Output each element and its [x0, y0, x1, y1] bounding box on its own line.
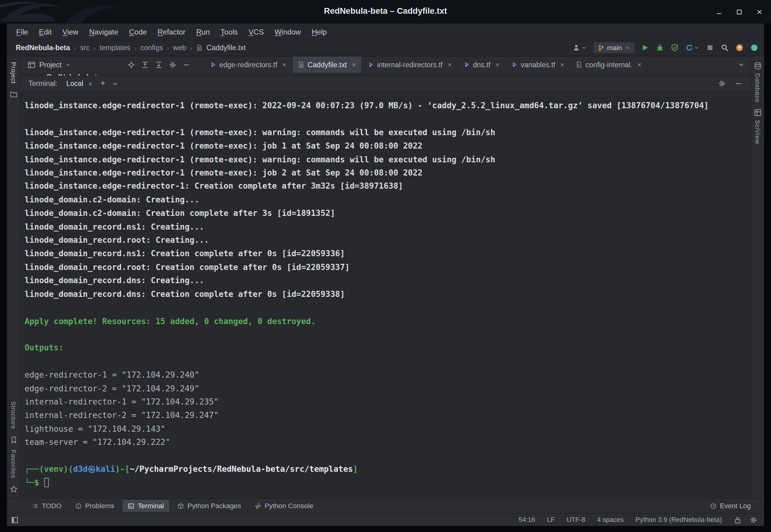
terminal-line: linode_instance.edge-redirector-1 (remot…	[24, 153, 745, 166]
toolwindow-database-label: Database	[754, 73, 761, 103]
tool-button-event-log[interactable]: Event Log	[705, 500, 756, 512]
breadcrumb-item-src[interactable]: src	[80, 44, 90, 52]
breadcrumb-separator-icon: ›	[74, 44, 76, 51]
rerun-widget[interactable]	[685, 44, 699, 52]
close-button[interactable]	[756, 8, 763, 16]
tool-button-python-console[interactable]: Python Console	[249, 500, 318, 512]
debug-button[interactable]	[656, 44, 664, 52]
terminal-line: edge-redirector-2 = "172.104.29.249"	[24, 382, 745, 395]
toolwindow-project-button[interactable]: Project	[10, 62, 17, 84]
close-tab-icon[interactable]: ×	[447, 61, 452, 69]
close-terminal-tab-icon[interactable]: ×	[88, 79, 93, 88]
star-icon[interactable]	[9, 485, 17, 493]
hidden-tabs-widget[interactable]	[738, 57, 750, 73]
python-interpreter[interactable]: Python 3.9 (RedNebula-beta)	[636, 516, 722, 523]
close-tab-icon[interactable]: ×	[282, 61, 287, 69]
terminal-text: edge-redirector-2 = "172.104.29.249"	[24, 384, 199, 393]
editor-tab-internal-redirectors-tf[interactable]: internal-redirectors.tf×	[362, 57, 458, 73]
menu-item-help[interactable]: Help	[306, 26, 332, 38]
editor-tab-label: variables.tf	[521, 61, 555, 69]
line-ending[interactable]: LF	[547, 516, 554, 523]
terminal-output[interactable]: linode_instance.edge-redirector-1 (remot…	[21, 91, 751, 498]
menu-item-edit[interactable]: Edit	[34, 26, 57, 38]
toolwindow-toggle-icon[interactable]	[11, 516, 19, 524]
breadcrumb-project[interactable]: RedNebula-beta	[16, 44, 70, 52]
terraform-file-icon	[367, 61, 374, 68]
folder-icon[interactable]	[9, 91, 17, 98]
menu-item-view[interactable]: View	[57, 26, 84, 38]
git-branch-widget[interactable]: main	[593, 42, 634, 53]
ide-update-icon[interactable]	[736, 44, 743, 52]
terminal-text: linode_instance.edge-redirector-1 (remot…	[24, 128, 495, 137]
menu-item-run[interactable]: Run	[191, 26, 215, 38]
hide-panel-icon[interactable]	[183, 61, 191, 69]
maximize-button[interactable]	[736, 8, 743, 16]
menu-item-vcs[interactable]: VCS	[243, 26, 269, 38]
menu-item-file[interactable]: File	[11, 26, 33, 38]
minimize-button[interactable]	[715, 8, 723, 16]
tool-button-todo[interactable]: TODO	[27, 500, 67, 512]
project-toolwindow-header[interactable]: Project	[21, 57, 74, 73]
toolwindow-database-button[interactable]: Database	[754, 62, 762, 103]
terminal-line	[24, 301, 745, 314]
text-file-icon	[298, 61, 304, 68]
bookmark-icon[interactable]	[9, 436, 17, 444]
window-controls	[715, 0, 763, 24]
breadcrumb-item-configs[interactable]: configs	[140, 44, 163, 52]
menu-item-code[interactable]: Code	[124, 26, 152, 38]
collapse-all-icon[interactable]	[155, 61, 163, 69]
terminal-header-actions	[718, 79, 742, 87]
readonly-lock-icon[interactable]	[734, 516, 742, 524]
breadcrumb-file[interactable]: Caddyfile.txt	[206, 44, 246, 52]
terminal-text: )(	[63, 464, 73, 474]
user-account-widget[interactable]	[572, 44, 587, 52]
tool-button-problems[interactable]: Problems	[70, 500, 120, 512]
settings-gear-icon[interactable]	[169, 61, 177, 69]
file-encoding[interactable]: UTF-8	[566, 516, 585, 523]
expand-all-icon[interactable]	[141, 61, 149, 69]
editor-tab-dns-tf[interactable]: dns.tf×	[458, 57, 506, 73]
indent-style[interactable]: 4 spaces	[597, 516, 624, 523]
locate-file-icon[interactable]	[128, 61, 135, 69]
menu-item-window[interactable]: Window	[269, 26, 306, 38]
terminal-tab-local[interactable]: Local ×	[66, 79, 93, 88]
tool-button-python-packages[interactable]: Python Packages	[172, 500, 246, 512]
menu-item-refactor[interactable]: Refactor	[152, 26, 191, 38]
editor-tab-variables-tf[interactable]: variables.tf×	[506, 57, 570, 73]
editor-tab-config-internal[interactable]: config-internal.×	[570, 57, 647, 73]
terminal-line: linode_domain.c2-domain: Creating...	[24, 193, 745, 207]
search-everywhere-icon[interactable]	[721, 44, 729, 52]
tool-button-terminal[interactable]: Terminal	[123, 500, 169, 512]
close-tab-icon[interactable]: ×	[560, 61, 565, 69]
editor-tab-edge-redirectors-tf[interactable]: edge-redirectors.tf×	[204, 57, 292, 73]
hide-terminal-icon[interactable]	[735, 79, 743, 87]
menu-item-navigate[interactable]: Navigate	[84, 26, 124, 38]
close-tab-icon[interactable]: ×	[495, 61, 500, 69]
close-tab-icon[interactable]: ×	[637, 61, 642, 69]
toolwindow-structure-button[interactable]: Structure	[10, 401, 17, 429]
toolwindow-favorites-button[interactable]: Favorites	[10, 450, 17, 478]
terminal-cursor[interactable]	[44, 478, 49, 487]
stop-button[interactable]	[706, 44, 714, 52]
database-icon	[754, 62, 762, 70]
terminal-options-chevron-icon[interactable]	[112, 80, 119, 87]
run-with-coverage-button[interactable]	[671, 44, 679, 52]
run-button[interactable]	[641, 44, 649, 52]
breadcrumb-item-web[interactable]: web	[173, 44, 186, 52]
terminal-line	[24, 112, 745, 126]
toolwindow-sciview-button[interactable]: SciView	[754, 109, 762, 144]
editor-tab-caddyfile-txt[interactable]: Caddyfile.txt×	[292, 57, 362, 73]
terminal-line: internal-redirector-2 = "172.104.29.247"	[24, 409, 745, 422]
terminal-settings-icon[interactable]	[718, 79, 726, 87]
breadcrumb-item-templates[interactable]: templates	[99, 44, 130, 52]
notifications-icon[interactable]	[749, 516, 757, 524]
menu-item-tools[interactable]: Tools	[215, 26, 243, 38]
close-tab-icon[interactable]: ×	[352, 61, 356, 69]
status-bar-widgets: 54:16LFUTF-84 spacesPython 3.9 (RedNebul…	[518, 516, 722, 523]
toolwindow-favorites-label: Favorites	[10, 450, 17, 478]
terminal-line: linode_domain_record.root: Creation comp…	[24, 260, 745, 274]
code-with-me-icon[interactable]	[750, 44, 758, 52]
terminal-text: venv	[44, 464, 63, 474]
new-terminal-session-button[interactable]: +	[100, 79, 105, 88]
caret-position[interactable]: 54:16	[518, 516, 535, 523]
